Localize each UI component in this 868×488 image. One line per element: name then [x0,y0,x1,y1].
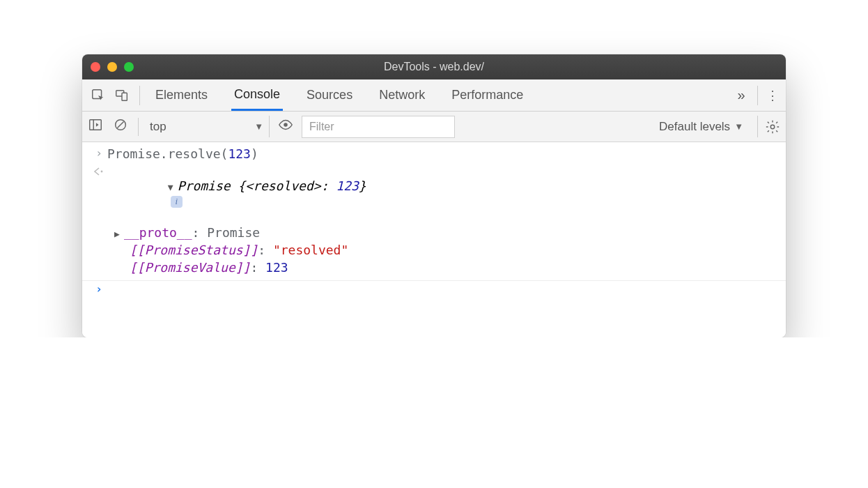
window-title: DevTools - web.dev/ [82,61,786,73]
svg-line-7 [117,121,123,128]
divider [139,86,140,105]
input-chevron-icon: › [91,146,107,160]
kebab-menu-icon[interactable]: ⋮ [764,88,782,103]
console-body: › Promise.resolve(123) ▼Promise {<resolv… [82,142,786,337]
promise-status-row: [[PromiseStatus]]: "resolved" [82,241,786,259]
panel-tabs: Elements Console Sources Network Perform… [146,79,731,111]
tab-network[interactable]: Network [376,79,428,111]
settings-icon[interactable] [757,116,780,137]
svg-point-8 [284,123,288,127]
levels-label: Default levels [659,120,730,134]
live-expression-icon[interactable] [275,117,296,136]
disclosure-triangle-open-icon[interactable]: ▼ [168,182,178,192]
output-chevron-icon [91,164,107,177]
tab-console[interactable]: Console [231,79,283,111]
sidebar-toggle-icon[interactable] [88,117,107,136]
prompt-chevron-icon: › [91,282,107,296]
info-icon[interactable]: i [171,196,183,208]
inspect-element-icon[interactable] [86,84,110,107]
svg-rect-2 [122,93,127,100]
tab-performance[interactable]: Performance [449,79,526,111]
console-input-row: › Promise.resolve(123) [82,145,786,162]
promise-value-row: [[PromiseValue]]: 123 [82,259,786,276]
console-prompt[interactable]: › [82,281,786,298]
overflow-icon[interactable]: » [731,87,752,103]
svg-point-9 [770,125,775,129]
svg-marker-5 [96,123,99,127]
disclosure-triangle-closed-icon[interactable]: ▶ [114,229,124,239]
divider [138,118,139,136]
filter-placeholder: Filter [309,121,334,132]
result-summary[interactable]: ▼Promise {<resolved>: 123} i [107,164,366,222]
clear-console-icon[interactable] [113,117,132,136]
devtools-window: DevTools - web.dev/ Elements Console Sou… [82,54,786,337]
close-button[interactable] [91,62,100,72]
log-levels-selector[interactable]: Default levels ▼ [659,120,752,134]
minimize-button[interactable] [107,62,117,72]
console-result-row[interactable]: ▼Promise {<resolved>: 123} i [82,162,786,224]
console-toolbar: top ▼ Filter Default levels ▼ [82,112,786,142]
context-selector[interactable]: top ▼ [144,116,270,137]
window-titlebar: DevTools - web.dev/ [82,54,786,79]
tab-elements[interactable]: Elements [153,79,210,111]
console-input-code: Promise.resolve(123) [107,146,258,161]
context-label: top [150,120,166,134]
svg-rect-3 [90,120,102,130]
tabbar: Elements Console Sources Network Perform… [82,79,786,112]
filter-input[interactable]: Filter [302,116,455,138]
tab-sources[interactable]: Sources [304,79,355,111]
chevron-down-icon: ▼ [734,121,743,132]
svg-point-10 [101,170,103,172]
chevron-down-icon: ▼ [254,121,263,132]
zoom-button[interactable] [124,62,134,72]
device-toggle-icon[interactable] [110,84,134,107]
traffic-lights [91,62,134,72]
proto-row[interactable]: ▶__proto__: Promise [82,224,786,241]
divider [757,86,758,105]
